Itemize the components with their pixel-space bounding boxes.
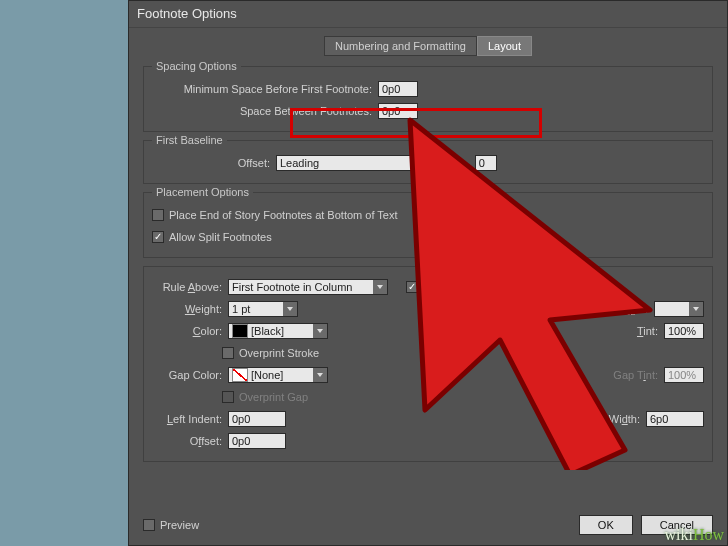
rule-above-label: Rule Above:: [152, 281, 228, 293]
rule-above-select[interactable]: First Footnote in Column: [228, 279, 388, 295]
tab-numbering[interactable]: Numbering and Formatting: [324, 36, 477, 56]
weight-value: 1 pt: [232, 303, 250, 315]
chevron-down-icon: [283, 302, 297, 316]
type-label: Type:: [578, 303, 654, 315]
end-of-story-checkbox[interactable]: [152, 209, 164, 221]
tab-layout[interactable]: Layout: [477, 36, 532, 56]
first-baseline-group: First Baseline Offset: Leading Min:: [143, 140, 713, 184]
preview-checkbox[interactable]: [143, 519, 155, 531]
weight-select[interactable]: 1 pt: [228, 301, 298, 317]
allow-split-label: Allow Split Footnotes: [169, 231, 272, 243]
width-label: Width:: [570, 413, 646, 425]
space-between-label: Space Between Footnotes:: [152, 105, 378, 117]
weight-label: Weight:: [152, 303, 228, 315]
preview-label: Preview: [160, 519, 199, 531]
allow-split-checkbox[interactable]: [152, 231, 164, 243]
min-space-input[interactable]: [378, 81, 418, 97]
chevron-down-icon: [373, 280, 387, 294]
gap-color-select[interactable]: [None]: [228, 367, 328, 383]
ok-button[interactable]: OK: [579, 515, 633, 535]
spacing-options-group: Spacing Options Minimum Space Before Fir…: [143, 66, 713, 132]
baseline-min-input[interactable]: [475, 155, 497, 171]
tint-input[interactable]: [664, 323, 704, 339]
placement-options-group: Placement Options Place End of Story Foo…: [143, 192, 713, 258]
chevron-down-icon: [689, 302, 703, 316]
dialog-title: Footnote Options: [129, 1, 727, 28]
rule-group: Rule Above: First Footnote in Column Rul…: [143, 266, 713, 462]
gap-tint-input[interactable]: [664, 367, 704, 383]
baseline-min-label: Min:: [444, 157, 471, 169]
rule-offset-input[interactable]: [228, 433, 286, 449]
gap-tint-label: Gap Tint:: [588, 369, 664, 381]
footnote-options-dialog: Footnote Options Numbering and Formattin…: [128, 0, 728, 546]
wikihow-watermark: wikiHow: [664, 526, 724, 544]
type-select[interactable]: [654, 301, 704, 317]
gap-color-label: Gap Color:: [152, 369, 228, 381]
none-swatch-icon: [232, 368, 248, 382]
chevron-down-icon: [411, 156, 425, 170]
color-value: [Black]: [251, 325, 284, 337]
width-input[interactable]: [646, 411, 704, 427]
overprint-gap-checkbox: [222, 391, 234, 403]
bottom-bar: Preview OK Cancel: [143, 515, 713, 535]
rule-on-checkbox[interactable]: [406, 281, 418, 293]
overprint-stroke-label: Overprint Stroke: [239, 347, 319, 359]
rule-offset-label: Offset:: [152, 435, 228, 447]
color-select[interactable]: [Black]: [228, 323, 328, 339]
space-between-input[interactable]: [378, 103, 418, 119]
offset-select[interactable]: Leading: [276, 155, 426, 171]
overprint-stroke-checkbox[interactable]: [222, 347, 234, 359]
overprint-gap-label: Overprint Gap: [239, 391, 308, 403]
chevron-down-icon: [313, 324, 327, 338]
gap-color-value: [None]: [251, 369, 283, 381]
chevron-down-icon: [313, 368, 327, 382]
rule-on-label: Rule On: [423, 281, 463, 293]
baseline-legend: First Baseline: [152, 134, 227, 146]
min-space-label: Minimum Space Before First Footnote:: [152, 83, 378, 95]
black-swatch-icon: [232, 324, 248, 338]
placement-legend: Placement Options: [152, 186, 253, 198]
rule-above-value: First Footnote in Column: [232, 281, 352, 293]
left-indent-input[interactable]: [228, 411, 286, 427]
color-label: Color:: [152, 325, 228, 337]
left-indent-label: Left Indent:: [152, 413, 228, 425]
tab-bar: Numbering and FormattingLayout: [129, 28, 727, 62]
tint-label: Tint:: [588, 325, 664, 337]
spacing-legend: Spacing Options: [152, 60, 241, 72]
offset-select-value: Leading: [280, 157, 319, 169]
offset-label: Offset:: [152, 157, 276, 169]
end-of-story-label: Place End of Story Footnotes at Bottom o…: [169, 209, 397, 221]
